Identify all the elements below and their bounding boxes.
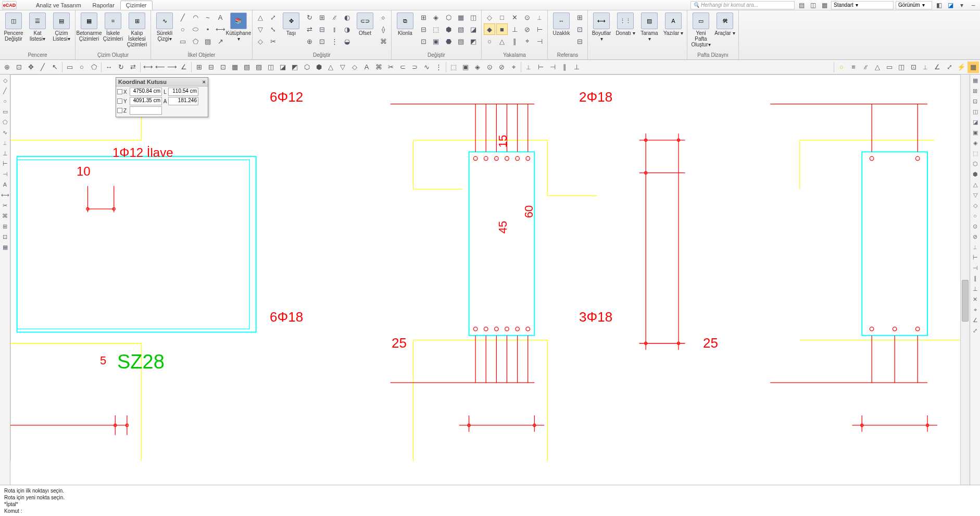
layer-icon-1[interactable]: ▤ [797, 1, 806, 9]
layer-icon-3[interactable]: ▦ [820, 1, 829, 9]
mod-icon[interactable]: ⬢ [443, 23, 454, 35]
mod-icon[interactable]: ⊞ [316, 11, 328, 23]
tool-right[interactable]: ≡ [848, 62, 859, 73]
coord-y-input[interactable]: 4091.35 cm [130, 97, 162, 105]
tool-right[interactable]: ▦ [968, 62, 979, 73]
coord-a-input[interactable]: 181.246 [168, 97, 198, 105]
rc-drawings-button[interactable]: ▦Betonarme Çizimleri [78, 11, 100, 43]
side-tool[interactable]: ▦ [971, 76, 980, 85]
mod-icon[interactable]: ▦ [455, 11, 467, 23]
tool-pointer[interactable]: ↖ [49, 62, 60, 73]
tool-misc[interactable]: ⬡ [301, 62, 312, 73]
coord-y-checkbox[interactable] [117, 99, 122, 104]
side-tool[interactable]: ⬠ [1, 117, 10, 127]
mod-icon[interactable]: ◑ [341, 23, 353, 35]
tool-misc[interactable]: ⊂ [397, 62, 408, 73]
tool-right[interactable]: ∠ [932, 62, 943, 73]
ref-icon[interactable]: ⊟ [574, 35, 585, 47]
offset-button[interactable]: ⊂⊃Ofset [354, 11, 376, 37]
text-button[interactable]: AYazılar ▾ [662, 11, 685, 37]
mod-icon[interactable]: ◪ [468, 23, 479, 35]
tool-pan[interactable]: ✥ [25, 62, 36, 73]
side-tool[interactable]: ╱ [1, 86, 10, 95]
side-tool[interactable]: ○ [971, 211, 980, 220]
tool-misc[interactable]: ◫ [265, 62, 277, 73]
side-tool[interactable]: ⌖ [971, 305, 980, 314]
side-tool[interactable]: ∿ [1, 128, 10, 137]
snap-icon[interactable]: ⟂ [534, 11, 545, 23]
side-tool[interactable]: ⌘ [1, 211, 10, 220]
side-tool[interactable]: ⬢ [971, 169, 980, 179]
window-icon-2[interactable]: ◪ [946, 1, 955, 9]
tool-misc[interactable]: ⟂ [523, 62, 534, 73]
tool-dim3[interactable]: ⟶ [166, 62, 178, 73]
dimensions-button[interactable]: ⟷Boyutlar ▾ [590, 11, 613, 43]
mod-icon[interactable]: ⬚ [430, 23, 442, 35]
point-icon[interactable]: • [202, 23, 213, 35]
mod-icon[interactable]: ⫿ [329, 23, 340, 35]
tool-misc[interactable]: ∿ [421, 62, 432, 73]
snap-icon[interactable]: ⌖ [521, 35, 533, 47]
side-tool[interactable]: ⊢ [971, 253, 980, 262]
mod-icon[interactable]: ⋮ [329, 35, 340, 47]
tool-misc[interactable]: ◇ [349, 62, 360, 73]
snap-icon[interactable]: ◆ [484, 23, 495, 35]
rebar-button[interactable]: ⋮⋮Donatı ▾ [614, 11, 637, 37]
mod-icon[interactable]: ⊟ [316, 23, 328, 35]
tool-poly[interactable]: ⬠ [88, 62, 99, 73]
mod-icon[interactable]: ⬡ [443, 11, 454, 23]
side-tool[interactable]: ⬚ [971, 149, 980, 158]
snap-icon[interactable]: ■ [496, 23, 508, 35]
tool-misc[interactable]: ▨ [253, 62, 265, 73]
side-tool[interactable]: ◪ [971, 117, 980, 127]
tool-misc[interactable]: ◈ [472, 62, 483, 73]
tool-misc[interactable]: ⊥ [571, 62, 582, 73]
tab-reports[interactable]: Raporlar [87, 1, 120, 10]
mod-icon[interactable]: ⬣ [443, 35, 454, 47]
vertical-scrollbar[interactable] [960, 75, 970, 485]
tool-misc[interactable]: ⊡ [217, 62, 229, 73]
mod-icon[interactable]: ◩ [468, 35, 479, 47]
command-search[interactable]: 🔍 Herhangi bir komut ara... [690, 1, 795, 9]
tool-move[interactable]: ↔ [103, 62, 115, 73]
hatch-icon[interactable]: ▨ [202, 35, 213, 47]
polygon-icon[interactable]: ⬠ [190, 35, 201, 47]
side-tool[interactable]: ∥ [971, 274, 980, 283]
tool-misc[interactable]: ▦ [229, 62, 241, 73]
coord-z-input[interactable] [130, 106, 162, 115]
tool-misc[interactable]: ⬢ [313, 62, 324, 73]
mod-icon[interactable]: ⊞ [418, 11, 429, 23]
tool-right[interactable]: ⤢ [944, 62, 955, 73]
tool-right[interactable]: ⟂ [920, 62, 931, 73]
tool-right[interactable]: ⊡ [908, 62, 919, 73]
ellipse-icon[interactable]: ⬭ [190, 23, 201, 35]
drawing-canvas[interactable]: 1Φ12 İlave 10 5 SZ28 6Φ12 6Φ18 25 15 45 … [10, 75, 960, 485]
window-icon-3[interactable]: ▾ [957, 1, 966, 9]
formwork-drawings-button[interactable]: ⊞Kalıp İskelesi Çizimleri [125, 11, 148, 48]
tool-right[interactable]: ◫ [896, 62, 907, 73]
tool-misc[interactable]: ⊃ [409, 62, 420, 73]
side-tool[interactable]: ⟂ [1, 138, 10, 148]
floor-list-button[interactable]: ☰Kat listesi▾ [26, 11, 49, 43]
tool-misc[interactable]: ▣ [460, 62, 471, 73]
side-tool[interactable]: ◇ [1, 76, 10, 85]
side-tool[interactable]: A [1, 180, 10, 189]
change-window-button[interactable]: ◫Pencere Değiştir [2, 11, 25, 43]
mod-icon[interactable]: ⫽ [329, 11, 340, 23]
coordinate-panel[interactable]: Koordinat Kutusu × X 4750.84 cm L 110.54… [116, 77, 208, 117]
side-tool[interactable]: ⊙ [971, 222, 980, 231]
mod-icon[interactable]: ▽ [255, 23, 266, 35]
snap-icon[interactable]: ⊙ [521, 11, 533, 23]
snap-icon[interactable]: ✕ [509, 11, 520, 23]
tool-rotate[interactable]: ↻ [115, 62, 127, 73]
side-tool[interactable]: ⟷ [1, 190, 10, 200]
side-tool[interactable]: ○ [1, 96, 10, 106]
arc-icon[interactable]: ◠ [190, 11, 201, 23]
mod-icon[interactable]: ◒ [341, 35, 353, 47]
side-tool[interactable]: △ [971, 180, 980, 189]
hatching-button[interactable]: ▨Tarama ▾ [638, 11, 661, 43]
circle-icon[interactable]: ○ [177, 23, 189, 35]
mod-icon[interactable]: ⊟ [418, 23, 429, 35]
mod-icon[interactable]: △ [255, 11, 266, 23]
style-dropdown[interactable]: Standart▾ [831, 1, 894, 9]
